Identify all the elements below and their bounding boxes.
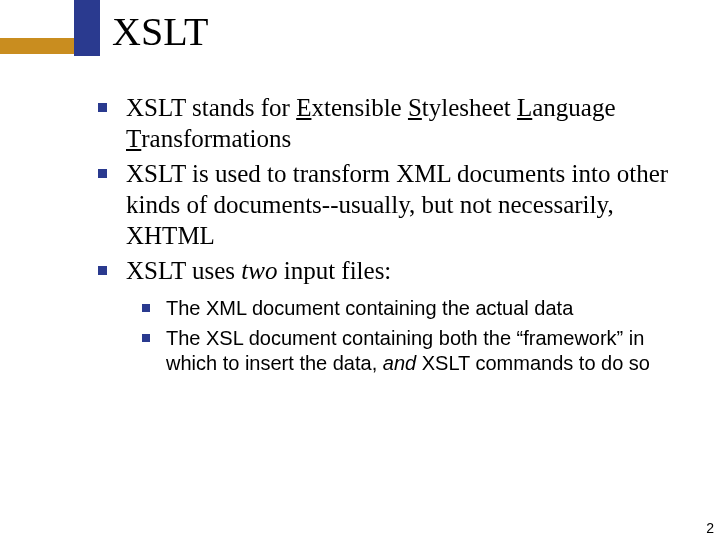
accent-box-blue [74, 0, 100, 56]
text-fragment: tylesheet [422, 94, 517, 121]
underlined-letter: E [296, 94, 311, 121]
sub-bullet-item: The XSL document containing both the “fr… [142, 326, 678, 377]
sub-bullet-item: The XML document containing the actual d… [142, 296, 678, 322]
italic-text: two [241, 257, 277, 284]
page-number: 2 [706, 520, 714, 536]
bullet-list: XSLT stands for Extensible Stylesheet La… [98, 92, 678, 381]
sub-bullet-text: The XML document containing the actual d… [166, 297, 573, 319]
bullet-item: XSLT is used to transform XML documents … [98, 158, 678, 251]
text-fragment: ransformations [141, 125, 291, 152]
bullet-text: XSLT is used to transform XML documents … [126, 160, 668, 249]
bullet-text: XSLT uses two input files: [126, 257, 391, 284]
underlined-letter: S [408, 94, 422, 121]
underlined-letter: L [517, 94, 532, 121]
sub-bullet-list: The XML document containing the actual d… [142, 296, 678, 377]
underlined-letter: T [126, 125, 141, 152]
text-fragment: XSLT uses [126, 257, 241, 284]
bullet-item: XSLT stands for Extensible Stylesheet La… [98, 92, 678, 154]
sub-bullet-text: The XSL document containing both the “fr… [166, 327, 650, 375]
italic-text: and [383, 352, 416, 374]
text-fragment: XSLT stands for [126, 94, 296, 121]
text-fragment: XSLT commands to do so [416, 352, 650, 374]
text-fragment: input files: [277, 257, 391, 284]
title-area: XSLT [0, 0, 720, 76]
text-fragment: xtensible [311, 94, 408, 121]
bullet-text: XSLT stands for Extensible Stylesheet La… [126, 94, 616, 152]
bullet-item: XSLT uses two input files: The XML docum… [98, 255, 678, 377]
text-fragment: anguage [532, 94, 615, 121]
slide-title: XSLT [112, 8, 208, 55]
